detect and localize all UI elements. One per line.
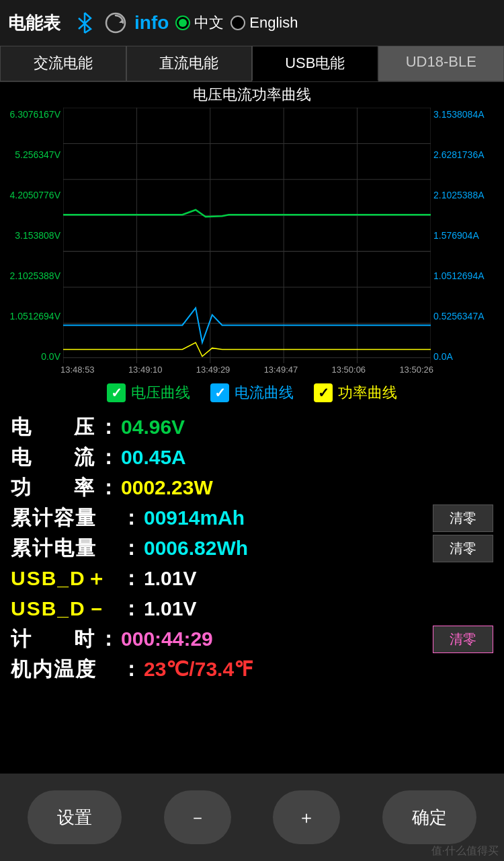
watermark: 值·什么值得买: [431, 844, 499, 858]
chart-title: 电压电流功率曲线: [0, 82, 504, 108]
tab-dc[interactable]: 直流电能: [126, 46, 253, 81]
temp-row: 机内温度 ： 23℃/73.4℉: [11, 656, 493, 683]
x-label-2: 13:49:29: [196, 365, 230, 375]
y-right-1: 2.6281736A: [433, 149, 499, 160]
usbdm-colon: ：: [121, 595, 141, 623]
energy-label: 累计电量: [11, 535, 118, 562]
x-label-0: 13:48:53: [60, 365, 95, 375]
power-value: 0002.23W: [121, 476, 213, 499]
checkbox-voltage[interactable]: ✓: [107, 383, 126, 402]
tab-ac[interactable]: 交流电能: [0, 46, 126, 81]
info-label[interactable]: info: [134, 12, 169, 34]
y-right-5: 0.5256347A: [433, 311, 499, 322]
temp-label: 机内温度: [11, 656, 118, 683]
usbdp-label: USB_D＋: [11, 565, 118, 593]
usbdm-label: USB_D－: [11, 595, 118, 623]
lang-zh-option[interactable]: 中文: [175, 13, 224, 33]
power-row: 功 率 ： 0002.23W: [11, 474, 493, 502]
capacity-value: 00914mAh: [144, 507, 245, 529]
legend-power-label: 功率曲线: [338, 383, 397, 403]
energy-row: 累计电量 ： 0006.82Wh 清零: [11, 535, 493, 562]
usbdp-colon: ：: [121, 565, 141, 593]
y-axis-left: 6.3076167V 5.256347V 4.2050776V 3.153808…: [3, 108, 63, 363]
capacity-label: 累计容量: [11, 504, 118, 532]
energy-value: 0006.82Wh: [144, 537, 248, 560]
legend-voltage[interactable]: ✓ 电压曲线: [107, 383, 190, 403]
temp-value: 23℃/73.4℉: [144, 657, 253, 681]
radio-en[interactable]: [230, 15, 245, 30]
checkmark-power: ✓: [318, 385, 329, 401]
capacity-row: 累计容量 ： 00914mAh 清零: [11, 504, 493, 532]
timer-colon: ：: [98, 626, 118, 653]
usbdp-value: 1.01V: [144, 567, 196, 590]
chart-svg-wrapper: [63, 108, 431, 363]
checkmark-current: ✓: [214, 385, 226, 401]
plus-button[interactable]: ＋: [273, 790, 340, 844]
power-colon: ：: [98, 474, 118, 502]
x-label-4: 13:50:06: [332, 365, 366, 375]
chart-legend: ✓ 电压曲线 ✓ 电流曲线 ✓ 功率曲线: [0, 376, 504, 407]
current-colon: ：: [98, 444, 118, 472]
capacity-colon: ：: [121, 504, 141, 532]
usbdp-row: USB_D＋ ： 1.01V: [11, 565, 493, 593]
y-left-4: 2.1025388V: [5, 270, 60, 281]
y-right-0: 3.1538084A: [433, 109, 499, 120]
confirm-button[interactable]: 确定: [382, 790, 476, 844]
x-label-1: 13:49:10: [128, 365, 163, 375]
bottom-bar: 设置 － ＋ 确定: [0, 774, 504, 861]
legend-power[interactable]: ✓ 功率曲线: [314, 383, 397, 403]
app-title: 电能表: [8, 11, 60, 35]
y-right-6: 0.0A: [433, 351, 499, 362]
refresh-icon[interactable]: [103, 11, 128, 35]
y-left-0: 6.3076167V: [5, 109, 60, 120]
radio-zh[interactable]: [175, 15, 190, 30]
tab-bar: 交流电能 直流电能 USB电能 UD18-BLE: [0, 46, 504, 82]
checkbox-current[interactable]: ✓: [210, 383, 229, 402]
energy-left: 累计电量 ： 0006.82Wh: [11, 535, 248, 562]
y-right-3: 1.576904A: [433, 230, 499, 241]
clear-capacity-button[interactable]: 清零: [433, 504, 493, 532]
clear-timer-button[interactable]: 清零: [433, 626, 493, 653]
voltage-colon: ：: [98, 414, 118, 441]
capacity-left: 累计容量 ： 00914mAh: [11, 504, 245, 532]
y-right-4: 1.0512694A: [433, 270, 499, 281]
x-label-3: 13:49:47: [264, 365, 298, 375]
lang-zh-label: 中文: [194, 13, 224, 33]
settings-button[interactable]: 设置: [28, 790, 122, 844]
voltage-row: 电 压 ： 04.96V: [11, 414, 493, 441]
temp-colon: ：: [121, 656, 141, 683]
y-left-2: 4.2050776V: [5, 190, 60, 200]
legend-current-label: 电流曲线: [235, 383, 294, 403]
x-axis: 13:48:53 13:49:10 13:49:29 13:49:47 13:5…: [60, 363, 433, 376]
current-row: 电 流 ： 00.45A: [11, 444, 493, 472]
legend-voltage-label: 电压曲线: [131, 383, 190, 403]
y-left-5: 1.0512694V: [5, 311, 60, 322]
voltage-label: 电 压: [11, 414, 95, 441]
lang-en-label: English: [249, 14, 298, 32]
chart-svg: [63, 108, 431, 363]
timer-left: 计 时 ： 000:44:29: [11, 626, 213, 653]
timer-label: 计 时: [11, 626, 95, 653]
header: 电能表 info 中文 English: [0, 0, 504, 46]
clear-energy-button[interactable]: 清零: [433, 535, 493, 562]
checkbox-power[interactable]: ✓: [314, 383, 333, 402]
x-label-5: 13:50:26: [399, 365, 433, 375]
y-right-2: 2.1025388A: [433, 190, 499, 200]
usbdm-value: 1.01V: [144, 597, 196, 620]
checkmark-voltage: ✓: [111, 385, 122, 401]
current-value: 00.45A: [121, 446, 186, 469]
legend-current[interactable]: ✓ 电流曲线: [210, 383, 294, 403]
lang-en-option[interactable]: English: [230, 14, 298, 32]
minus-button[interactable]: －: [164, 790, 231, 844]
y-left-1: 5.256347V: [5, 149, 60, 160]
energy-colon: ：: [121, 535, 141, 562]
svg-marker-1: [119, 19, 123, 23]
tab-usb[interactable]: USB电能: [252, 46, 378, 81]
tab-ble[interactable]: UD18-BLE: [378, 46, 505, 81]
chart-area: 6.3076167V 5.256347V 4.2050776V 3.153808…: [3, 108, 501, 363]
bluetooth-icon[interactable]: [73, 11, 97, 35]
usbdm-row: USB_D－ ： 1.01V: [11, 595, 493, 623]
timer-value: 000:44:29: [121, 628, 213, 650]
y-left-6: 0.0V: [5, 351, 60, 362]
y-left-3: 3.153808V: [5, 230, 60, 241]
